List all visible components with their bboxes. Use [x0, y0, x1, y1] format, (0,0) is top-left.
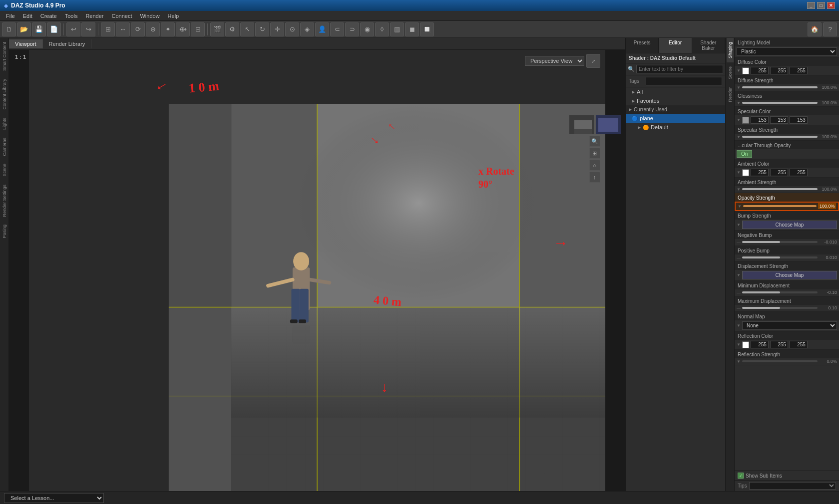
posing-tab[interactable]: Posing — [1, 221, 8, 243]
frame-btn[interactable]: ⊞ — [589, 148, 600, 159]
pos-bump-arrow[interactable]: — — [737, 255, 741, 260]
cursor-tool[interactable]: ↖ — [240, 22, 254, 36]
maximize-viewport-btn[interactable]: ⤢ — [586, 54, 600, 68]
reflection-b-input[interactable] — [790, 341, 808, 348]
tool-7[interactable]: ⊟ — [191, 22, 205, 36]
shaping-vtab[interactable]: Shaping — [727, 38, 734, 62]
tool-extra-6[interactable]: ◼ — [405, 22, 419, 36]
tool-extra-2[interactable]: ⊃ — [345, 22, 359, 36]
open-button[interactable]: 📂 — [17, 22, 31, 36]
tool-extra-3[interactable]: ◉ — [360, 22, 374, 36]
cameras-tab[interactable]: Cameras — [1, 134, 8, 160]
zoom-tool[interactable]: ⊙ — [285, 22, 299, 36]
ambient-color-swatch[interactable] — [742, 169, 749, 176]
ambient-strength-slider[interactable] — [742, 188, 818, 190]
diffuse-g-input[interactable] — [770, 67, 788, 74]
scene-tab[interactable]: Scene — [1, 160, 8, 181]
ambient-strength-arrow[interactable]: ▼ — [737, 187, 741, 192]
menu-edit[interactable]: Edit — [19, 12, 36, 20]
min-disp-slider[interactable] — [742, 291, 818, 293]
specular-g-input[interactable] — [770, 116, 788, 124]
specular-color-arrow[interactable]: ▼ — [737, 118, 741, 122]
render-settings-tab[interactable]: Render Settings — [1, 181, 8, 221]
diffuse-r-input[interactable] — [751, 67, 769, 74]
tree-item-plane[interactable]: 🔵 plane — [626, 114, 725, 123]
tips-dropdown[interactable] — [749, 482, 836, 490]
lights-tab[interactable]: Lights — [1, 114, 8, 134]
disp-arrow[interactable]: ▼ — [737, 273, 741, 277]
menu-tools[interactable]: Tools — [61, 12, 82, 20]
reflection-g-input[interactable] — [770, 341, 788, 348]
viewport-tab[interactable]: Viewport — [9, 39, 43, 48]
redo-button[interactable]: ↪ — [81, 22, 95, 36]
specular-strength-slider[interactable] — [742, 136, 818, 138]
lighting-model-dropdown[interactable]: Plastic Metallic Matte — [737, 47, 837, 56]
min-disp-arrow[interactable]: — — [737, 290, 741, 295]
properties-scroll[interactable]: Lighting Model Plastic Metallic Matte Di… — [735, 38, 839, 471]
ambient-b-input[interactable] — [790, 169, 808, 176]
reflection-strength-arrow[interactable]: ▼ — [737, 359, 741, 364]
neg-bump-slider[interactable] — [742, 241, 818, 243]
tool-extra-5[interactable]: ▥ — [390, 22, 404, 36]
diffuse-b-input[interactable] — [790, 67, 808, 74]
render-button[interactable]: 🎬 — [210, 22, 224, 36]
cular-opacity-toggle[interactable]: On — [737, 150, 752, 158]
home-view-btn[interactable]: ⌂ — [589, 160, 600, 171]
bump-choose-map-btn[interactable]: Choose Map — [742, 221, 837, 229]
tool-3[interactable]: ⟳ — [131, 22, 145, 36]
lesson-dropdown[interactable]: Select a Lesson... — [4, 493, 104, 503]
tool-extra-4[interactable]: ◊ — [375, 22, 389, 36]
normal-map-arrow[interactable]: ▼ — [737, 323, 741, 328]
displacement-choose-map-btn[interactable]: Choose Map — [742, 271, 837, 279]
max-disp-slider[interactable] — [742, 307, 818, 309]
pan-tool[interactable]: ✛ — [270, 22, 284, 36]
diffuse-color-arrow[interactable]: ▼ — [737, 68, 741, 73]
content-library-tab[interactable]: Content Library — [1, 75, 8, 114]
glossiness-slider[interactable] — [742, 102, 818, 104]
menu-create[interactable]: Create — [36, 12, 61, 20]
tree-item-default[interactable]: ▶ 🟠 Default — [626, 123, 725, 132]
rotate-tool[interactable]: ↻ — [255, 22, 269, 36]
show-sub-items-checkbox[interactable]: ✓ — [738, 473, 744, 479]
ambient-g-input[interactable] — [770, 169, 788, 176]
perspective-dropdown[interactable]: Perspective View Front View Top View Lef… — [525, 56, 584, 66]
bump-arrow[interactable]: ▼ — [737, 223, 741, 227]
tags-input[interactable] — [646, 77, 722, 85]
close-button[interactable]: ✕ — [827, 2, 835, 9]
minimize-button[interactable]: _ — [807, 2, 815, 9]
ambient-r-input[interactable] — [751, 169, 769, 176]
reflection-r-input[interactable] — [751, 341, 769, 348]
new-scene-button[interactable]: 🗋 — [2, 22, 16, 36]
render-library-tab[interactable]: Render Library — [43, 39, 92, 48]
scene-vtab[interactable]: Scene — [727, 62, 734, 83]
diffuse-strength-arrow[interactable]: ▼ — [737, 85, 741, 90]
editor-tab[interactable]: Editor — [659, 38, 692, 53]
search-input[interactable] — [636, 65, 723, 73]
perspective-tool[interactable]: ◈ — [300, 22, 314, 36]
specular-b-input[interactable] — [790, 116, 808, 124]
up-btn[interactable]: ↑ — [589, 172, 600, 183]
save-button[interactable]: 💾 — [32, 22, 46, 36]
currently-used-header[interactable]: ▶ Currently Used — [626, 105, 725, 114]
render-settings[interactable]: ⚙ — [225, 22, 239, 36]
zoom-in-btn[interactable]: 🔍 — [589, 136, 600, 147]
menu-render[interactable]: Render — [81, 12, 107, 20]
smart-content-tab[interactable]: Smart Content — [1, 38, 8, 75]
menu-file[interactable]: File — [2, 12, 19, 20]
opacity-strength-arrow[interactable]: ▼ — [738, 204, 742, 209]
save-as-button[interactable]: 📄 — [47, 22, 61, 36]
tool-extra-7[interactable]: 🔲 — [420, 22, 434, 36]
undo-button[interactable]: ↩ — [66, 22, 80, 36]
diffuse-color-swatch[interactable] — [742, 67, 749, 74]
help-icon-btn[interactable]: 🏠 — [808, 22, 822, 36]
viewport-content[interactable]: 1 : 1 Perspective View Front View Top Vi… — [9, 50, 625, 491]
tool-extra-1[interactable]: ⊂ — [330, 22, 344, 36]
maximize-button[interactable]: □ — [817, 2, 825, 9]
tree-favorites[interactable]: ▶ Favorites — [626, 96, 725, 105]
specular-strength-arrow[interactable]: ▼ — [737, 135, 741, 139]
menu-window[interactable]: Window — [136, 12, 163, 20]
opacity-strength-slider[interactable] — [743, 205, 817, 207]
specular-color-swatch[interactable] — [742, 117, 749, 124]
render-vtab[interactable]: Render — [727, 83, 734, 106]
ambient-color-arrow[interactable]: ▼ — [737, 170, 741, 175]
